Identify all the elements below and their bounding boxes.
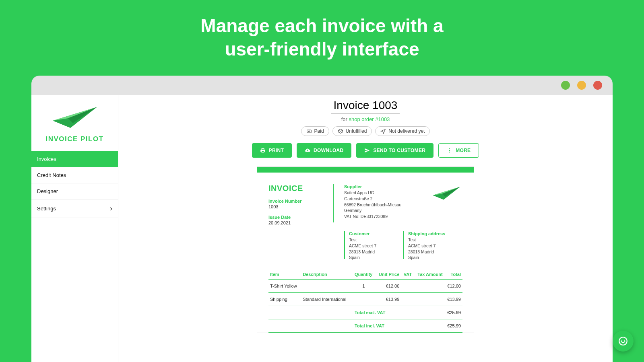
invoice-heading: INVOICE (268, 184, 333, 193)
chevron-right-icon (110, 204, 112, 213)
total-incl-value: €25.99 (433, 323, 461, 328)
page-subtitle: for shop order #1003 (196, 116, 535, 122)
customer-street: ACME street 7 (349, 243, 403, 249)
supplier-country: Germany (344, 208, 405, 214)
cell-vat (401, 293, 413, 306)
brand-name: INVOICE PILOT (45, 135, 103, 143)
pill-label: Not delivered yet (388, 128, 425, 134)
shipping-block: Shipping address Test ACME street 7 2801… (404, 231, 462, 261)
hero-title-line: Manage each invoice with a (0, 14, 644, 38)
total-excl-row: Total excl. VAT €25.99 (268, 306, 462, 319)
shipping-heading: Shipping address (408, 231, 462, 237)
download-button[interactable]: DOWNLOAD (297, 143, 351, 158)
invoice-number-label: Invoice Number (268, 199, 333, 204)
button-label: SEND TO CUSTOMER (373, 148, 425, 153)
col-total: Total (444, 269, 462, 280)
sidebar-item-credit-notes[interactable]: Credit Notes (31, 167, 118, 183)
cell-total: €13.99 (444, 293, 462, 306)
total-excl-label: Total excl. VAT (270, 310, 433, 315)
cell-qty (352, 293, 375, 306)
supplier-vat: VAT No: DE331723089 (344, 214, 405, 220)
brand-block: INVOICE PILOT (31, 95, 118, 151)
send-icon (364, 148, 370, 153)
pill-label: Paid (314, 128, 324, 134)
cash-icon (306, 128, 312, 134)
main-content: Invoice 1003 for shop order #1003 Paid U… (118, 95, 613, 362)
cell-total: €12.00 (444, 280, 462, 293)
shipping-name: Test (408, 237, 462, 243)
issue-date-label: Issue Date (268, 215, 333, 220)
sidebar-item-invoices[interactable]: Invoices (31, 151, 118, 167)
svg-point-5 (619, 337, 627, 345)
col-unit: Unit Price (375, 269, 401, 280)
svg-point-4 (449, 152, 450, 152)
col-desc: Description (301, 269, 352, 280)
chat-icon (618, 336, 628, 346)
customer-block: Customer Test ACME street 7 28013 Madrid… (345, 231, 403, 261)
status-pill-unfulfilled: Unfulfilled (332, 126, 372, 136)
sidebar-item-label: Designer (37, 188, 58, 194)
cell-tax (413, 280, 444, 293)
issue-date: 20.09.2021 (268, 220, 333, 225)
col-vat: VAT (401, 269, 413, 280)
sidebar-item-label: Invoices (37, 156, 56, 162)
print-button[interactable]: PRINT (252, 143, 292, 158)
total-incl-label: Total incl. VAT (270, 323, 433, 328)
supplier-street: Gartenstraße 2 (344, 196, 405, 202)
sidebar: INVOICE PILOT Invoices Credit Notes Desi… (31, 95, 118, 362)
supplier-block: Supplier Suited Apps UG Gartenstraße 2 6… (344, 184, 405, 225)
invoice-number: 1003 (268, 204, 333, 209)
sidebar-item-label: Settings (37, 206, 56, 212)
supplier-name: Suited Apps UG (344, 190, 405, 196)
order-link[interactable]: shop order #1003 (349, 116, 390, 122)
cell-qty: 1 (352, 280, 375, 293)
col-qty: Quantity (352, 269, 375, 280)
svg-rect-0 (307, 130, 311, 133)
cell-item: Shipping (268, 293, 301, 306)
window-dot-green-icon (561, 81, 570, 90)
box-icon (338, 128, 343, 134)
action-button-row: PRINT DOWNLOAD SEND TO CUSTOMER MORE (196, 143, 535, 158)
sidebar-item-settings[interactable]: Settings (31, 200, 118, 218)
status-pill-delivery: Not delivered yet (375, 126, 430, 136)
table-row: T-Shirt Yellow 1 €12.00 €12.00 (268, 280, 462, 293)
sidebar-item-designer[interactable]: Designer (31, 183, 118, 200)
window-dot-red-icon (593, 81, 602, 90)
hero-title: Manage each invoice with a user-friendly… (0, 0, 644, 61)
send-to-customer-button[interactable]: SEND TO CUSTOMER (356, 143, 433, 158)
col-item: Item (268, 269, 301, 280)
app-frame: INVOICE PILOT Invoices Credit Notes Desi… (31, 95, 613, 362)
cell-tax (413, 293, 444, 306)
svg-point-1 (308, 131, 310, 132)
col-tax: Tax Amount (413, 269, 444, 280)
more-button[interactable]: MORE (438, 143, 479, 158)
browser-titlebar (31, 76, 613, 95)
button-label: MORE (456, 148, 471, 153)
page-title: Invoice 1003 (331, 99, 400, 114)
more-vert-icon (447, 148, 452, 153)
pill-label: Unfulfilled (346, 128, 367, 134)
shipping-city: 28013 Madrid (408, 249, 462, 255)
invoice-logo-icon (430, 184, 462, 202)
cell-unit: €12.00 (375, 280, 401, 293)
svg-point-6 (621, 340, 622, 341)
cloud-download-icon (305, 148, 310, 153)
customer-name: Test (349, 237, 403, 243)
print-icon (260, 148, 266, 153)
shipping-street: ACME street 7 (408, 243, 462, 249)
line-items-table: Item Description Quantity Unit Price VAT… (268, 269, 462, 306)
button-label: PRINT (269, 148, 284, 153)
hero-title-line: user-friendly interface (0, 38, 644, 61)
shipping-country: Spain (408, 255, 462, 261)
window-dot-yellow-icon (577, 81, 586, 90)
status-pill-paid: Paid (301, 126, 329, 136)
customer-city: 28013 Madrid (349, 249, 403, 255)
sub-prefix: for (341, 116, 349, 122)
cell-vat (401, 280, 413, 293)
chat-fab-button[interactable] (613, 331, 634, 352)
svg-point-2 (449, 148, 450, 149)
cell-desc (301, 280, 352, 293)
table-row: Shipping Standard International €13.99 €… (268, 293, 462, 306)
svg-point-7 (624, 340, 625, 341)
supplier-city: 66892 Bruchmühlbach-Miesau (344, 202, 405, 208)
